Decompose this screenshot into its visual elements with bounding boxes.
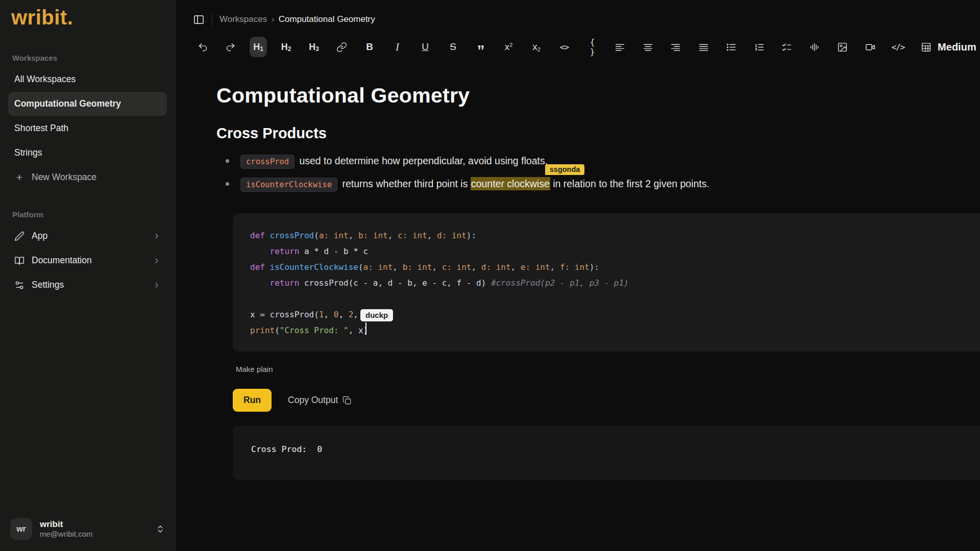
align-center-button[interactable] <box>639 37 656 57</box>
sidebar-item-computational-geometry[interactable]: Computational Geometry <box>8 92 167 116</box>
sidebar-item-strings[interactable]: Strings <box>8 141 167 165</box>
bullet-marker <box>226 182 229 186</box>
sidebar-item-label: Documentation <box>32 255 92 266</box>
undo-icon <box>198 42 208 53</box>
code-lines: def crossProd(a: int, b: int, c: int, d:… <box>250 228 965 338</box>
sidebar-item-label: All Workspaces <box>14 74 76 85</box>
sidebar: wribit. Workspaces All Workspaces Comput… <box>0 0 176 551</box>
bullet-text: in relation to the first 2 given points. <box>550 178 709 189</box>
run-controls: Run Copy Output <box>233 389 980 412</box>
strikethrough-button[interactable]: S <box>445 37 462 57</box>
avatar: wr <box>10 518 32 540</box>
breadcrumb-root[interactable]: Workspaces <box>219 14 267 24</box>
bullet-marker <box>226 159 229 163</box>
make-plain-label[interactable]: Make plain <box>236 365 980 373</box>
heading2-button[interactable]: H2 <box>278 37 295 57</box>
bullet-list-button[interactable] <box>723 37 740 57</box>
sidebar-item-settings[interactable]: Settings <box>8 273 167 297</box>
audio-waveform-icon <box>810 42 820 53</box>
audio-button[interactable] <box>806 37 823 57</box>
user-name: wribit <box>40 519 148 530</box>
code-block-button[interactable]: </> <box>890 37 907 57</box>
chevron-right-icon <box>153 257 161 265</box>
checklist-icon <box>781 42 792 53</box>
sidebar-item-label: Settings <box>32 280 64 290</box>
copy-output-label: Copy Output <box>288 395 338 406</box>
chevron-right-icon <box>153 232 161 240</box>
sidebar-item-documentation[interactable]: Documentation <box>8 248 167 272</box>
run-button[interactable]: Run <box>233 389 272 412</box>
align-left-button[interactable] <box>611 37 629 57</box>
main-area: Workspaces › Computational Geometry H1 H… <box>176 0 980 551</box>
inline-code-button[interactable]: <> <box>556 37 573 57</box>
book-icon <box>14 256 24 266</box>
sidebar-item-label: Shortest Path <box>14 123 68 134</box>
video-icon <box>865 42 876 53</box>
breadcrumb-separator-icon: › <box>272 14 275 24</box>
bullet-list-icon <box>726 42 737 53</box>
image-icon <box>837 42 848 53</box>
redo-button[interactable] <box>222 37 239 57</box>
editor-toolbar: H1 H2 H3 B I U S ” x2 x2 <> { } </> Me <box>176 30 980 62</box>
video-button[interactable] <box>862 37 879 57</box>
braces-button[interactable]: { } <box>583 37 601 57</box>
link-button[interactable] <box>333 37 351 57</box>
sidebar-item-label: App <box>32 231 47 241</box>
heading3-button[interactable]: H3 <box>305 37 323 57</box>
chevron-right-icon <box>153 281 161 289</box>
page-title: Computational Geometry <box>216 84 980 108</box>
superscript-button[interactable]: x2 <box>500 37 518 57</box>
redo-icon <box>225 42 236 53</box>
sidebar-item-app[interactable]: App <box>8 224 167 248</box>
new-workspace-button[interactable]: + New Workspace <box>8 165 167 189</box>
undo-button[interactable] <box>194 37 211 57</box>
copy-output-button[interactable]: Copy Output <box>285 394 355 406</box>
breadcrumb: Workspaces › Computational Geometry <box>219 14 375 24</box>
list-item: isCounterClockwise returns whether third… <box>216 178 980 190</box>
divider <box>212 13 212 26</box>
pencil-icon <box>14 231 24 241</box>
link-icon <box>336 42 347 53</box>
subscript-button[interactable]: x2 <box>528 37 545 57</box>
sidebar-item-all-workspaces[interactable]: All Workspaces <box>8 67 167 91</box>
workspaces-section-label: Workspaces <box>12 54 163 62</box>
heading1-button[interactable]: H1 <box>250 37 267 57</box>
align-right-button[interactable] <box>667 37 684 57</box>
sidebar-item-label: Computational Geometry <box>14 98 121 109</box>
code-block[interactable]: def crossProd(a: int, b: int, c: int, d:… <box>233 213 980 352</box>
sidebar-item-shortest-path[interactable]: Shortest Path <box>8 116 167 140</box>
ordered-list-button[interactable] <box>750 37 768 57</box>
output-text: Cross Prod: 0 <box>251 444 965 454</box>
list-item: crossProd used to determine how perpendi… <box>216 155 980 167</box>
align-right-icon <box>670 42 681 53</box>
sliders-icon <box>14 280 24 290</box>
bold-button[interactable]: B <box>361 37 378 57</box>
sidebar-toggle-icon[interactable] <box>193 14 205 26</box>
breadcrumb-current: Computational Geometry <box>279 14 375 24</box>
bullet-text: used to determine how perpendicular, avo… <box>297 155 548 166</box>
chevrons-up-down-icon <box>156 524 165 534</box>
output-block: Cross Prod: 0 <box>233 426 980 480</box>
font-size-dropdown[interactable]: Medium⌄ <box>948 37 975 57</box>
align-center-icon <box>643 42 653 53</box>
underline-button[interactable]: U <box>416 37 434 57</box>
checklist-button[interactable] <box>778 37 796 57</box>
blockquote-button[interactable]: ” <box>472 37 489 57</box>
bullet-text: returns whether third point is <box>339 178 471 189</box>
align-justify-icon <box>698 42 709 53</box>
ordered-list-icon <box>754 42 765 53</box>
inline-code-chip: isCounterClockwise <box>240 178 337 192</box>
collab-cursor-label-duckp: duckp <box>360 309 393 321</box>
italic-button[interactable]: I <box>389 37 406 57</box>
image-button[interactable] <box>834 37 851 57</box>
align-justify-button[interactable] <box>695 37 712 57</box>
document-editor[interactable]: Computational Geometry Cross Products cr… <box>176 62 980 480</box>
inline-code-chip: crossProd <box>240 155 295 169</box>
copy-icon <box>342 396 352 405</box>
user-menu[interactable]: wr wribit me@wribit.com <box>8 511 167 551</box>
topbar: Workspaces › Computational Geometry <box>176 0 980 30</box>
table-button[interactable] <box>917 37 935 57</box>
bullet-list: crossProd used to determine how perpendi… <box>216 155 980 190</box>
app-logo: wribit. <box>11 6 164 29</box>
section-heading: Cross Products <box>216 125 980 142</box>
